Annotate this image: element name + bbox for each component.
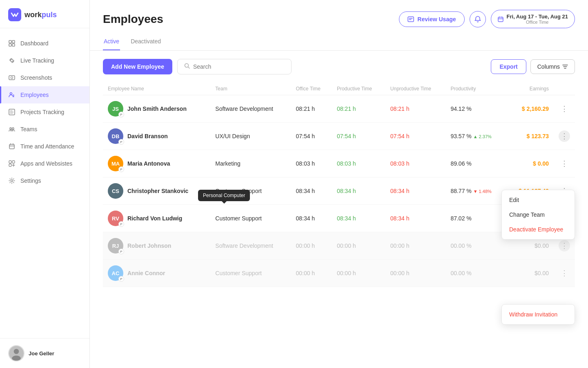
context-menu-edit[interactable]: Edit [502,193,575,207]
search-box[interactable] [177,59,292,74]
col-productivity: Productivity [445,83,506,95]
svg-rect-3 [9,44,11,46]
context-menu-deactivate[interactable]: Deactivate Employee [502,222,575,237]
columns-button[interactable]: Columns [530,59,575,74]
sidebar-item-time-attendance[interactable]: Time and Attendance [0,138,89,155]
header-actions: Review Usage Fri, Aug 17 - Tue, Aug 21 O… [399,10,575,28]
svg-point-7 [11,77,13,79]
add-new-employee-button[interactable]: Add New Employee [103,59,172,74]
emp-name-cell: CS Christopher Stankovic [103,177,210,205]
context-menu-withdraw-item[interactable]: Withdraw Invitation [502,307,575,322]
avatar-wrap: MA P [108,156,123,171]
svg-point-8 [10,93,12,95]
svg-rect-4 [12,44,15,46]
logo[interactable]: workpuls [0,0,89,28]
sidebar-item-label: Settings [20,177,41,184]
sidebar-item-projects-tracking[interactable]: Projects Tracking [0,103,89,121]
unproductive-time-cell: 08:03 h [385,150,446,177]
avatar-wrap: RV P [108,211,123,226]
sidebar: workpuls Dashboard Live Tracking Screens… [0,0,90,368]
row-actions-button[interactable]: ⋮ [559,240,570,251]
avatar-badge: P [118,276,124,282]
tab-deactivated[interactable]: Deactivated [130,35,162,50]
unproductive-time-cell: 08:34 h [385,205,446,232]
date-range-button[interactable]: Fri, Aug 17 - Tue, Aug 21 Office Time [491,10,575,28]
row-actions-button[interactable]: ⋮ [559,158,570,169]
avatar [8,345,24,361]
emp-name-cell: MA P Maria Antonova [103,150,210,177]
team-cell: Marketing [210,150,291,177]
col-productive-time: Productive Time [332,83,385,95]
review-usage-button[interactable]: Review Usage [399,11,464,27]
avatar-wrap: DB P [108,128,123,144]
avatar-wrap: CS [108,183,123,199]
productivity-cell: 88.77 % ▼ 1.48% [445,177,506,205]
team-cell: Customer Support [210,205,291,232]
sidebar-item-settings[interactable]: Settings [0,172,89,189]
svg-rect-15 [9,164,11,166]
dashboard-icon [8,40,16,47]
productivity-cell: 00.00 % [445,232,506,260]
avatar-wrap: JS P [108,101,123,117]
emp-name: David Branson [127,133,168,139]
productive-time-cell: 08:21 h [332,95,385,123]
export-button[interactable]: Export [491,59,526,74]
svg-rect-2 [12,40,15,43]
earnings-cell: $ 0.00 [506,150,554,177]
apps-icon [8,160,16,167]
notification-button[interactable] [470,11,486,27]
avatar-badge: P [118,112,124,117]
sidebar-item-live-tracking[interactable]: Live Tracking [0,52,89,69]
earnings-cell: $ 123.73 [506,123,554,150]
productivity-cell: 87.02 % [445,205,506,232]
sidebar-item-apps-websites[interactable]: Apps and Websistes [0,155,89,172]
productive-time-cell: 00:00 h [332,232,385,260]
team-cell: Customer Support [210,260,291,287]
main-content: Employees Review Usage Fri, Aug 17 - Tue… [90,0,588,368]
row-actions-button[interactable]: ⋮ [559,130,570,142]
row-actions-button[interactable]: ⋮ [559,267,570,279]
sidebar-item-label: Teams [20,126,37,132]
calendar-icon [498,16,503,22]
sidebar-item-label: Employees [20,92,49,98]
tab-active[interactable]: Active [103,35,120,50]
table-toolbar: Add New Employee Export Columns [103,59,575,74]
row-actions-button[interactable]: ⋮ [559,103,570,114]
sidebar-item-employees[interactable]: Employees [0,86,89,103]
svg-point-19 [12,355,21,361]
svg-point-18 [14,349,19,354]
unproductive-time-cell: 00:00 h [385,232,446,260]
header-top: Employees Review Usage Fri, Aug 17 - Tue… [103,10,575,28]
emp-name: Robert Johnson [127,242,171,249]
toolbar-left: Add New Employee [103,59,292,74]
table-row: DB P David Branson UX/UI Design 07:54 h … [103,123,575,150]
svg-point-5 [11,59,13,62]
svg-point-22 [185,64,188,67]
unproductive-time-cell: 08:34 h [385,177,446,205]
productive-time-cell: 08:34 h [332,205,385,232]
search-input[interactable] [193,63,285,70]
avatar-badge: P [118,139,124,145]
col-team: Team [210,83,291,95]
sidebar-item-dashboard[interactable]: Dashboard [0,35,89,52]
context-menu-change-team[interactable]: Change Team [502,207,575,222]
sidebar-item-label: Apps and Websistes [20,160,72,167]
emp-name: John Smith Anderson [127,105,187,112]
logo-icon [8,8,21,21]
svg-rect-14 [12,161,15,163]
context-menu-withdraw: Withdraw Invitation [501,304,575,325]
employees-icon [8,91,16,99]
unproductive-time-cell: 08:21 h [385,95,446,123]
svg-rect-20 [408,17,414,22]
user-profile[interactable]: Joe Geller [0,338,89,368]
sidebar-item-screenshots[interactable]: Screenshots [0,69,89,86]
table-row: AC P Annie Connor Customer Support 00:00… [103,260,575,287]
sidebar-item-teams[interactable]: Teams [0,121,89,138]
avatar-badge: P [118,221,124,227]
table-area: Add New Employee Export Columns [90,51,588,368]
office-time-cell: 00:00 h [291,260,332,287]
svg-point-11 [12,128,14,129]
team-cell: Software Development [210,232,291,260]
table-row: MA P Maria Antonova Marketing 08:03 h 08… [103,150,575,177]
team-cell: UX/UI Design [210,123,291,150]
